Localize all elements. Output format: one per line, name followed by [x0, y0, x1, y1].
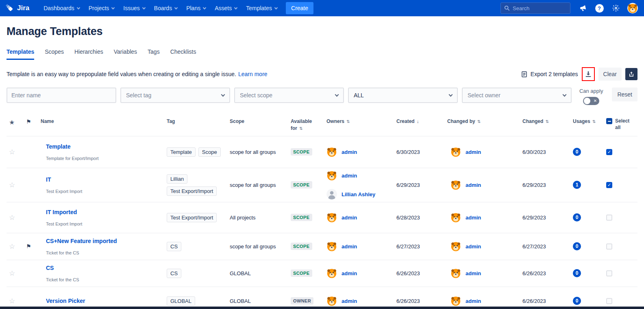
star-header-icon[interactable]: ★ [7, 119, 15, 126]
changed-by-link[interactable]: admin [466, 270, 481, 276]
favorite-star-icon[interactable]: ☆ [9, 181, 15, 189]
owner: admin [326, 147, 357, 157]
owner-link[interactable]: admin [342, 243, 357, 250]
changed-by-link[interactable]: admin [466, 243, 481, 250]
row-select-checkbox[interactable]: ✓ [606, 149, 612, 155]
tab-templates[interactable]: Templates [7, 48, 34, 60]
template-name-link[interactable]: Template [46, 143, 70, 150]
usages-count-badge[interactable]: 0 [573, 242, 581, 250]
favorite-star-icon[interactable]: ☆ [9, 269, 15, 278]
tab-scopes[interactable]: Scopes [45, 48, 64, 60]
header-scope: Scope [230, 118, 291, 125]
template-name-link[interactable]: CS [46, 265, 54, 271]
changed-by-link[interactable]: admin [466, 182, 481, 188]
template-name-link[interactable]: CS+New Feature imported [46, 238, 117, 244]
upload-icon [628, 71, 635, 77]
owner-link[interactable]: admin [342, 173, 357, 179]
nav-boards[interactable]: Boards [150, 0, 182, 16]
select-all-checkbox[interactable] [606, 118, 612, 124]
search-box[interactable] [500, 2, 570, 14]
sort-icon: ⇅ [546, 119, 549, 124]
favorite-star-icon[interactable]: ☆ [9, 297, 15, 305]
header-changed[interactable]: Changed ⇅ [522, 118, 571, 125]
usages-count-badge[interactable]: 0 [573, 148, 581, 156]
download-templates-button[interactable] [583, 69, 593, 79]
chevron-down-icon [203, 6, 206, 9]
owner-link[interactable]: admin [342, 215, 357, 221]
profile-button[interactable] [627, 2, 638, 14]
usages-count-badge[interactable]: 0 [573, 269, 581, 277]
nav-plans[interactable]: Plans [182, 0, 210, 16]
row-select-checkbox[interactable] [606, 243, 612, 250]
favorite-star-icon[interactable]: ☆ [9, 213, 15, 222]
tag-filter-select[interactable]: Select tag [120, 88, 230, 103]
row-select-checkbox[interactable] [606, 215, 612, 221]
tab-hierarchies[interactable]: Hierarchies [74, 48, 103, 60]
create-button[interactable]: Create [286, 2, 313, 14]
row-select-checkbox[interactable] [606, 270, 612, 276]
header-owners[interactable]: Owners ⇅ [323, 118, 396, 125]
dog-avatar-icon [450, 241, 461, 252]
help-button[interactable]: ? [594, 2, 605, 14]
owner-link[interactable]: admin [342, 298, 357, 304]
nav-assets[interactable]: Assets [210, 0, 242, 16]
row-select-checkbox[interactable] [606, 298, 612, 304]
header-usages[interactable]: Usages ⇅ [571, 118, 604, 125]
can-apply-toggle[interactable]: ✕ [583, 97, 599, 105]
settings-button[interactable] [610, 2, 622, 14]
favorite-star-icon[interactable]: ☆ [9, 242, 15, 251]
changed-by-link[interactable]: admin [466, 149, 481, 155]
header-created[interactable]: Created ↓ [396, 118, 447, 125]
template-name-link[interactable]: Version Picker [46, 298, 85, 304]
owner-filter-select[interactable]: Select owner [462, 88, 572, 103]
usages-count-badge[interactable]: 1 [573, 181, 581, 189]
download-icon [584, 70, 592, 78]
usages-count-badge[interactable]: 0 [573, 213, 581, 221]
nav-issues[interactable]: Issues [119, 0, 149, 16]
nav-dashboards[interactable]: Dashboards [39, 0, 84, 16]
owner-link[interactable]: admin [342, 149, 357, 155]
template-name-link[interactable]: IT [46, 176, 51, 183]
owner: admin [326, 296, 357, 306]
scope-filter-select[interactable]: Select scope [234, 88, 344, 103]
owner: admin [326, 212, 357, 223]
template-name-link[interactable]: IT Imported [46, 209, 77, 215]
export-dialog-button[interactable] [625, 68, 637, 80]
clear-button[interactable]: Clear [598, 68, 622, 81]
changed-by-link[interactable]: admin [466, 298, 481, 304]
reset-button[interactable]: Reset [612, 88, 637, 101]
tag-list: GLOBAL [167, 296, 230, 306]
chevron-down-icon [563, 92, 567, 96]
type-filter-select[interactable]: ALL [348, 88, 458, 103]
page-content: Manage Templates Templates Scopes Hierar… [0, 25, 644, 309]
flag-header-icon[interactable]: ⚑ [23, 118, 31, 125]
template-row: ☆ Version Picker GLOBAL GLOBAL OWNER adm… [7, 287, 637, 309]
can-apply-label: Can apply [579, 88, 603, 94]
dog-avatar-icon [326, 170, 337, 181]
toggle-knob [584, 98, 590, 104]
header-available-for[interactable]: Available for ⇅ [291, 118, 323, 132]
search-input[interactable] [513, 5, 567, 11]
nav-templates[interactable]: Templates [242, 0, 282, 16]
scope-value: All projects [230, 215, 291, 221]
header-changed-by[interactable]: Changed by ⇅ [447, 118, 522, 125]
usages-count-badge[interactable]: 0 [573, 297, 581, 305]
row-select-checkbox[interactable]: ✓ [606, 182, 612, 188]
jira-logo[interactable]: Jira [6, 4, 29, 13]
favorite-star-icon[interactable]: ☆ [9, 148, 15, 156]
created-date: 6/29/2023 [396, 182, 447, 188]
changed-date: 6/29/2023 [522, 215, 571, 221]
nav-projects[interactable]: Projects [84, 0, 119, 16]
tab-variables[interactable]: Variables [114, 48, 137, 60]
learn-more-link[interactable]: Learn more [238, 71, 268, 77]
tab-checklists[interactable]: Checklists [170, 48, 196, 60]
changed-by-link[interactable]: admin [466, 215, 481, 221]
tab-tags[interactable]: Tags [148, 48, 160, 60]
owners-list: admin [323, 241, 396, 252]
owners-list: admin [323, 268, 396, 278]
name-filter-input[interactable] [7, 88, 116, 103]
announcements-button[interactable] [577, 2, 588, 14]
owner-link[interactable]: Lillian Ashley [342, 191, 375, 197]
header-name[interactable]: Name [41, 118, 167, 125]
owner-link[interactable]: admin [342, 270, 357, 276]
